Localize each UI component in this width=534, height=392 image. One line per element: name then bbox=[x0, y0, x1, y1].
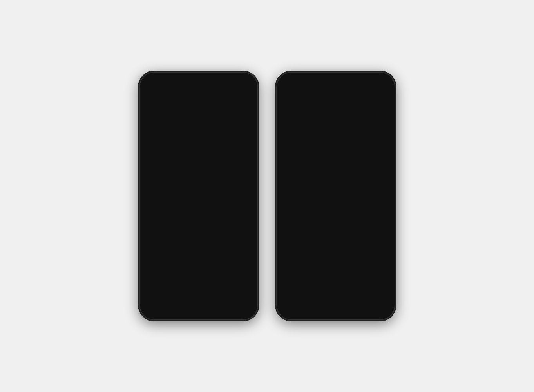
app-card-w-1[interactable]: W S bbox=[241, 165, 250, 210]
bmx-game-icon bbox=[287, 105, 306, 124]
bloons-rating-2: 4.8★ $4.99 bbox=[284, 200, 313, 205]
stat-rating-1: 3.9★ 697K reviews bbox=[147, 261, 181, 273]
paw-button[interactable]: 🐾 bbox=[342, 86, 353, 97]
w-title-2: W S bbox=[378, 195, 387, 200]
also-like-header-2: You might also like → bbox=[284, 154, 387, 162]
phone-1: 5:06 ⏺ ⊖ ▲ ▮ ← 🔍 ⋮ bbox=[138, 71, 259, 321]
antistress-thumb-2: ANTI STRESS bbox=[347, 165, 375, 194]
tag-racing[interactable]: Racing bbox=[308, 247, 329, 255]
also-like-title-2: You might also like bbox=[284, 155, 334, 162]
app-row-2: 🐵 Bloons TD 6 4.8★ $4.99 🧝 Slugterra: Sl… bbox=[284, 165, 387, 210]
app-icon-square bbox=[284, 103, 308, 126]
app-card-antistress-2[interactable]: ANTI STRESS Antistress - relaxation toys… bbox=[347, 165, 375, 210]
also-like-section-1: You might also like → 🐵 Bloons TD 6 4.8★… bbox=[142, 150, 255, 213]
also-like-arrow-2[interactable]: → bbox=[380, 154, 387, 162]
status-time-1: 5:06 bbox=[149, 78, 158, 84]
app-card-w-2[interactable]: W S bbox=[378, 165, 387, 210]
battery-icon: ▮ bbox=[246, 79, 248, 83]
nav-icons-1: 🔍 ⋮ bbox=[223, 86, 251, 97]
play-store-mini-icon bbox=[304, 275, 310, 281]
tag-stunt[interactable]: Stunt driving bbox=[332, 247, 365, 255]
back-button-2[interactable]: ← bbox=[284, 86, 295, 97]
more-button-1[interactable]: ⋮ bbox=[240, 86, 251, 97]
app-icon-1 bbox=[147, 103, 171, 126]
more-button-2[interactable]: ⋮ bbox=[377, 86, 388, 97]
btn-row-1: Cancel Play bbox=[142, 129, 255, 150]
app-card-bloons-1[interactable]: 🐵 Bloons TD 6 4.8★ $4.99 bbox=[147, 165, 176, 210]
status-icons-2: ⏺ ⊖ ▲ ▮ bbox=[368, 79, 386, 83]
app-card-slugterra-2[interactable]: 🧝 Slugterra: Slug it Out 2 4.8★ bbox=[316, 165, 344, 210]
tag-ca[interactable]: Ca bbox=[367, 247, 379, 255]
tag-sports-1[interactable]: Sports bbox=[147, 247, 168, 255]
w-art-2 bbox=[378, 165, 387, 194]
about-text-2: Get a maximized BMX experience with a re… bbox=[284, 229, 387, 243]
status-icons-1: ⏺ ⊖ ▲ ▮ bbox=[231, 79, 248, 83]
app-title-2: Touchgrind BMX bbox=[313, 105, 387, 113]
app-iap: In-app purchases bbox=[313, 120, 387, 124]
about-section-1: About this game → Get a maximized BMX ex… bbox=[142, 213, 255, 246]
nav-bar-1: ← 🔍 ⋮ bbox=[142, 85, 255, 99]
antistress-thumb-1: ANTI STRESS bbox=[210, 165, 238, 194]
bloons-thumb-1: 🐵 bbox=[147, 165, 176, 194]
app-header-1: Touchgrind BMX 44% of 127 MB Verified by… bbox=[142, 99, 255, 129]
stat-rating-value-2: 3.8★ bbox=[295, 261, 307, 267]
dnd-icon-2: ⊖ bbox=[373, 79, 376, 83]
about-section-2: About this game → Get a maximized BMX ex… bbox=[279, 213, 393, 246]
bloons-rating-1: 4.8★ $4.99 bbox=[147, 200, 176, 205]
game-banner-1: TOUCH Natural controls bbox=[142, 276, 255, 302]
also-like-arrow-1[interactable]: → bbox=[243, 154, 250, 162]
app-header-2: Touchgrind BMX Illusion Labs In-app purc… bbox=[279, 99, 393, 129]
loading-toast: Loading: se.illusionlabs.bmx bbox=[297, 270, 374, 285]
nav-bar-2: ← 🐾 🔍 ⋮ bbox=[279, 85, 393, 99]
search-button-2[interactable]: 🔍 bbox=[360, 86, 371, 97]
progress-ring bbox=[147, 102, 173, 128]
stat-age-value-2: E bbox=[368, 261, 372, 267]
rec-icon: ⏺ bbox=[231, 79, 234, 83]
rec-icon-2: ⏺ bbox=[368, 79, 371, 83]
stats-row-1: 3.9★ 697K reviews 10M+ Downloads E Every… bbox=[142, 258, 255, 276]
slugterra-thumb-1: 🧝 bbox=[179, 165, 207, 194]
shield-icon bbox=[176, 120, 181, 125]
slugterra-title-1: Slugterra: Slug it Out 2 bbox=[179, 195, 207, 205]
app-row-1: 🐵 Bloons TD 6 4.8★ $4.99 🧝 Slugterra: Sl… bbox=[147, 165, 250, 210]
slugterra-title-2: Slugterra: Slug it Out 2 bbox=[316, 195, 344, 205]
play-button-active[interactable]: Play bbox=[338, 132, 387, 146]
stat-downloads-value-1: 10M+ bbox=[192, 261, 205, 267]
svg-point-15 bbox=[291, 117, 293, 120]
bloons-title-2: Bloons TD 6 bbox=[284, 195, 313, 200]
app-card-antistress-1[interactable]: ANTI STRESS Antistress - relaxation toys… bbox=[210, 165, 238, 210]
play-button-disabled: Play bbox=[201, 132, 250, 146]
dnd-icon: ⊖ bbox=[236, 79, 239, 83]
about-arrow-1[interactable]: → bbox=[243, 217, 250, 225]
slugterra-rating-1: 4.7★ bbox=[179, 205, 207, 210]
search-button-1[interactable]: 🔍 bbox=[223, 86, 234, 97]
tag-sports-2[interactable]: Sports bbox=[284, 247, 306, 255]
status-bar-2: 4:18 ⏺ ⊖ ▲ ▮ bbox=[279, 76, 393, 85]
toast-text: Loading: se.illusionlabs.bmx bbox=[315, 276, 369, 280]
nav-icons-2: 🐾 🔍 ⋮ bbox=[342, 86, 388, 97]
home-bar-1 bbox=[183, 312, 214, 314]
phone-screen-1: 5:06 ⏺ ⊖ ▲ ▮ ← 🔍 ⋮ bbox=[142, 76, 255, 316]
uninstall-button[interactable]: Uninstall bbox=[284, 132, 334, 146]
also-like-title-1: You might also like bbox=[147, 155, 197, 162]
about-title-2: About this game bbox=[284, 218, 328, 225]
about-header-2: About this game → bbox=[284, 217, 387, 225]
also-like-header-1: You might also like → bbox=[147, 154, 250, 162]
phone-2: 4:18 ⏺ ⊖ ▲ ▮ ← 🐾 🔍 ⋮ bbox=[275, 71, 396, 321]
slugterra-art-2: 🧝 bbox=[316, 165, 344, 194]
svg-point-16 bbox=[299, 117, 301, 120]
app-card-slugterra-1[interactable]: 🧝 Slugterra: Slug it Out 2 4.7★ bbox=[179, 165, 207, 210]
back-button-1[interactable]: ← bbox=[147, 86, 157, 97]
download-status: 44% of 127 MB bbox=[176, 114, 250, 119]
about-header-1: About this game → bbox=[147, 217, 250, 225]
cancel-button[interactable]: Cancel bbox=[147, 132, 197, 146]
stat-downloads-value-2: 10M+ bbox=[329, 261, 342, 267]
tag-row-2: Sports Racing Stunt driving Ca bbox=[279, 246, 393, 258]
stat-rating-value-1: 3.9★ bbox=[158, 261, 170, 267]
antistress-title-2: Antistress - relaxation toys bbox=[347, 195, 375, 205]
stat-downloads-label-1: Downloads bbox=[189, 267, 208, 272]
banner-title-2: TOUCH bbox=[279, 284, 313, 294]
app-card-bloons-2[interactable]: 🐵 Bloons TD 6 4.8★ $4.99 bbox=[284, 165, 313, 210]
tag-row-1: Sports bbox=[142, 246, 255, 258]
about-arrow-2[interactable]: → bbox=[380, 217, 387, 225]
